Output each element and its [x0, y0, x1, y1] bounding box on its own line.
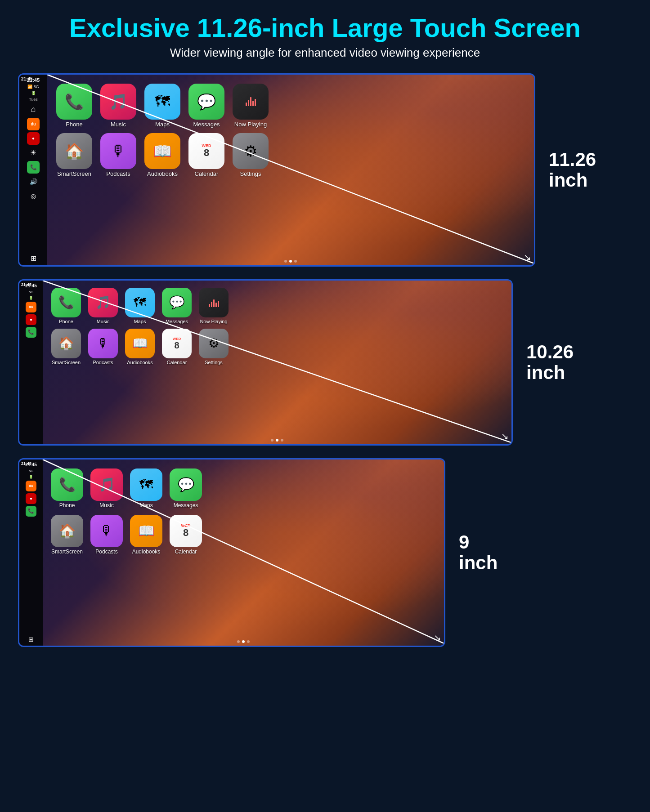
red-app-3[interactable]: ● [26, 493, 36, 504]
main-content-3: 📞 Phone 🎵 Music 🗺 Maps 💬 [43, 460, 444, 646]
app-nowplaying-1[interactable]: Now Playing [233, 84, 269, 128]
red-app-icon[interactable]: ● [27, 132, 40, 145]
page-dots-2 [271, 439, 283, 442]
apps-grid-1: 📞 Phone 🎵 Music 🗺 Maps 💬 [47, 75, 534, 183]
carplay-screen-2: 21:45 5G 🔋 du ● 📞 📞 Phone [19, 281, 511, 444]
app-maps-1[interactable]: 🗺 Maps [144, 84, 180, 128]
red-app-2[interactable]: ● [26, 314, 36, 325]
app-phone-2[interactable]: 📞 Phone [51, 288, 81, 324]
battery-2: 🔋 [29, 296, 33, 300]
app-music-1[interactable]: 🎵 Music [100, 84, 136, 128]
apps-row-1-1: 📞 Phone 🎵 Music 🗺 Maps 💬 [56, 84, 525, 128]
app-calendar-1[interactable]: WED 8 Calendar [188, 133, 224, 177]
screen-wrapper-3: 21:45 5G 🔋 du ● 📞 ⊞ 📞 Phone [18, 458, 445, 647]
carplay-screen-1: 21:45 📶 5G 🔋 Tues ⌂ du ● ☀ 📞 🔊 ◎ ⊞ [19, 75, 534, 265]
dot-1 [284, 260, 287, 263]
sidebar-bottom-1: ⊞ [31, 254, 36, 263]
size-label-2: 10.26 inch [526, 342, 574, 383]
app-smartscreen-1[interactable]: 🏠 SmartScreen [56, 133, 92, 177]
volume-icon[interactable]: 🔊 [27, 175, 40, 188]
sidebar-2: 21:45 5G 🔋 du ● 📞 [19, 281, 43, 444]
screen-section-3: 21:45 5G 🔋 du ● 📞 ⊞ 📞 Phone [18, 458, 632, 647]
app-settings-2[interactable]: ⚙ Settings [198, 329, 229, 365]
app-music-3[interactable]: 🎵 Music [90, 468, 123, 509]
page-dots-1 [284, 260, 297, 263]
battery-3: 🔋 [29, 475, 33, 479]
carplay-screen-3: 21:45 5G 🔋 du ● 📞 ⊞ 📞 Phone [19, 460, 444, 646]
app-phone-3[interactable]: 📞 Phone [51, 468, 83, 509]
page-title: Exclusive 11.26-inch Large Touch Screen [69, 13, 581, 42]
app-podcasts-1[interactable]: 🎙 Podcasts [100, 133, 136, 177]
app-messages-1[interactable]: 💬 Messages [188, 84, 224, 128]
phone-sidebar-3[interactable]: 📞 [26, 506, 36, 517]
signal-display-1: 📶 5G [27, 85, 39, 89]
app-calendar-2[interactable]: WED 8 Calendar [161, 329, 192, 365]
dot-3-2 [242, 640, 245, 643]
app-music-2[interactable]: 🎵 Music [88, 288, 118, 324]
apps-row-3-2: 🏠 SmartScreen 🎙 Podcasts 📖 Audiobooks [51, 515, 436, 555]
app-podcasts-3[interactable]: 🎙 Podcasts [90, 515, 123, 555]
screen-wrapper-2: 21:45 5G 🔋 du ● 📞 📞 Phone [18, 279, 513, 446]
dot-2-1 [271, 439, 273, 442]
du-app-3[interactable]: du [26, 481, 36, 491]
corner-arrow-1: ↘ [524, 252, 531, 263]
corner-arrow-2: ↘ [501, 431, 509, 442]
phone-sidebar-2[interactable]: 📞 [26, 327, 36, 338]
du-app-2[interactable]: du [26, 302, 36, 312]
corner-arrow-3: ↘ [434, 632, 441, 643]
home-icon[interactable]: ⌂ [27, 103, 40, 116]
apps-row-2-1: 📞 Phone 🎵 Music 🗺 Maps 💬 [51, 288, 503, 324]
app-maps-2[interactable]: 🗺 Maps [125, 288, 155, 324]
apps-row-2-2: 🏠 SmartScreen 🎙 Podcasts 📖 Audiobooks [51, 329, 503, 365]
dot-3-3 [247, 640, 250, 643]
dot-2-3 [281, 439, 283, 442]
apps-grid-2: 📞 Phone 🎵 Music 🗺 Maps 💬 [43, 281, 511, 370]
top-left-time-1: 21:45 [21, 76, 33, 81]
grid-icon-3[interactable]: ⊞ [28, 636, 34, 643]
du-app-icon[interactable]: du [27, 118, 40, 130]
phone-sidebar-icon[interactable]: 📞 [27, 161, 40, 174]
page-dots-3 [237, 640, 250, 643]
signal-2: 5G [29, 290, 34, 294]
dot-2-2 [276, 439, 278, 442]
sidebar-1: 21:45 📶 5G 🔋 Tues ⌂ du ● ☀ 📞 🔊 ◎ ⊞ [19, 75, 47, 265]
brightness-icon[interactable]: ☀ [27, 147, 40, 159]
dot-3 [294, 260, 297, 263]
main-content-2: 📞 Phone 🎵 Music 🗺 Maps 💬 [43, 281, 511, 444]
sidebar-bottom-3: ⊞ [28, 636, 34, 643]
app-audiobooks-2[interactable]: 📖 Audiobooks [125, 329, 155, 365]
app-nowplaying-2[interactable]: Now Playing [198, 288, 229, 324]
app-audiobooks-3[interactable]: 📖 Audiobooks [130, 515, 162, 555]
app-messages-2[interactable]: 💬 Messages [161, 288, 192, 324]
signal-3: 5G [29, 469, 34, 473]
apps-row-3-1: 📞 Phone 🎵 Music 🗺 Maps 💬 [51, 468, 436, 509]
app-maps-3[interactable]: 🗺 Maps [130, 468, 162, 509]
app-calendar-3[interactable]: WED 8 Calendar [170, 515, 202, 555]
size-label-1: 11.26 inch [549, 149, 596, 191]
main-content-1: 📞 Phone 🎵 Music 🗺 Maps 💬 [47, 75, 534, 265]
screen-section-2: 21:45 5G 🔋 du ● 📞 📞 Phone [18, 279, 632, 446]
app-messages-3[interactable]: 💬 Messages [170, 468, 202, 509]
apps-grid-3: 📞 Phone 🎵 Music 🗺 Maps 💬 [43, 460, 444, 561]
app-podcasts-2[interactable]: 🎙 Podcasts [88, 329, 118, 365]
app-phone-1[interactable]: 📞 Phone [56, 84, 92, 128]
app-smartscreen-3[interactable]: 🏠 SmartScreen [51, 515, 83, 555]
sidebar-3: 21:45 5G 🔋 du ● 📞 ⊞ [19, 460, 43, 646]
apps-row-1-2: 🏠 SmartScreen 🎙 Podcasts 📖 Audiobooks [56, 133, 525, 177]
app-audiobooks-1[interactable]: 📖 Audiobooks [144, 133, 180, 177]
camera-icon[interactable]: ◎ [27, 190, 40, 202]
screen-wrapper-1: 21:45 📶 5G 🔋 Tues ⌂ du ● ☀ 📞 🔊 ◎ ⊞ [18, 73, 535, 267]
top-left-time-2: 21:45 [21, 282, 31, 287]
top-left-time-3: 21:45 [21, 461, 31, 466]
app-smartscreen-2[interactable]: 🏠 SmartScreen [51, 329, 81, 365]
battery-1: 🔋 [31, 91, 36, 95]
app-settings-1[interactable]: ⚙ Settings [233, 133, 269, 177]
grid-icon[interactable]: ⊞ [31, 254, 36, 263]
dot-2 [289, 260, 292, 263]
size-label-3: 9 inch [459, 532, 498, 573]
page-subtitle: Wider viewing angle for enhanced video v… [170, 46, 480, 60]
screen-section-1: 21:45 📶 5G 🔋 Tues ⌂ du ● ☀ 📞 🔊 ◎ ⊞ [18, 73, 632, 267]
dot-3-1 [237, 640, 240, 643]
